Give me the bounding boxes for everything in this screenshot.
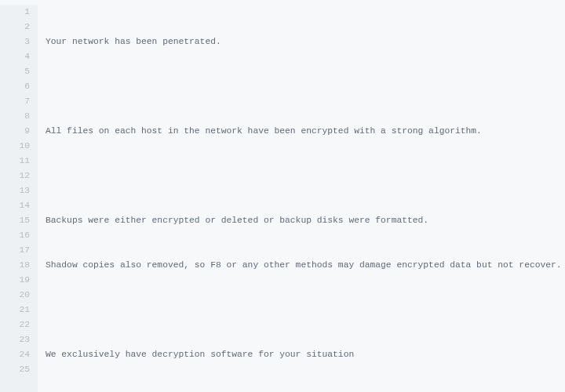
line-number: 20 [0,288,30,303]
code-line [46,169,565,183]
line-number: 1 [0,5,30,20]
line-number: 17 [0,243,30,258]
code-line: Your network has been penetrated. [46,34,565,49]
code-line [46,303,565,318]
code-line: We exclusively have decryption software … [46,347,565,362]
line-number: 18 [0,258,30,273]
line-number: 6 [0,79,30,94]
code-content: Your network has been penetrated. All fi… [38,5,565,392]
line-number-gutter: 1 2 3 4 5 6 7 8 9 10 11 12 13 14 15 16 1… [0,5,38,392]
line-number: 15 [0,213,30,228]
code-line [46,79,565,94]
line-number: 13 [0,183,30,198]
line-number: 16 [0,228,30,243]
line-number: 12 [0,169,30,183]
line-number: 5 [0,64,30,79]
line-number: 2 [0,20,30,34]
line-number: 3 [0,34,30,49]
code-line: Shadow copies also removed, so F8 or any… [46,258,565,273]
code-editor: 1 2 3 4 5 6 7 8 9 10 11 12 13 14 15 16 1… [0,0,565,392]
line-number: 8 [0,109,30,124]
line-number: 14 [0,198,30,213]
code-line: All files on each host in the network ha… [46,124,565,139]
line-number: 11 [0,154,30,169]
line-number: 23 [0,332,30,347]
line-number: 24 [0,347,30,362]
line-number: 7 [0,94,30,109]
line-number: 10 [0,139,30,154]
editor-inner: 1 2 3 4 5 6 7 8 9 10 11 12 13 14 15 16 1… [0,5,565,392]
line-number: 19 [0,273,30,288]
line-number: 25 [0,362,30,377]
code-line: Backups were either encrypted or deleted… [46,213,565,228]
line-number: 22 [0,318,30,332]
line-number: 9 [0,124,30,139]
line-number: 21 [0,303,30,318]
line-number: 4 [0,49,30,64]
